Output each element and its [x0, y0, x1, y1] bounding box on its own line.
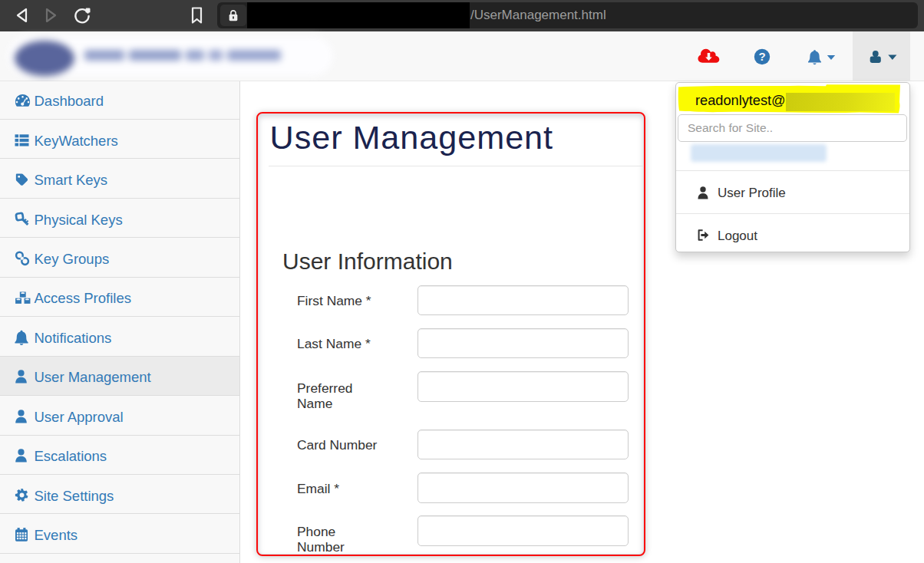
svg-text:?: ?: [758, 50, 765, 63]
